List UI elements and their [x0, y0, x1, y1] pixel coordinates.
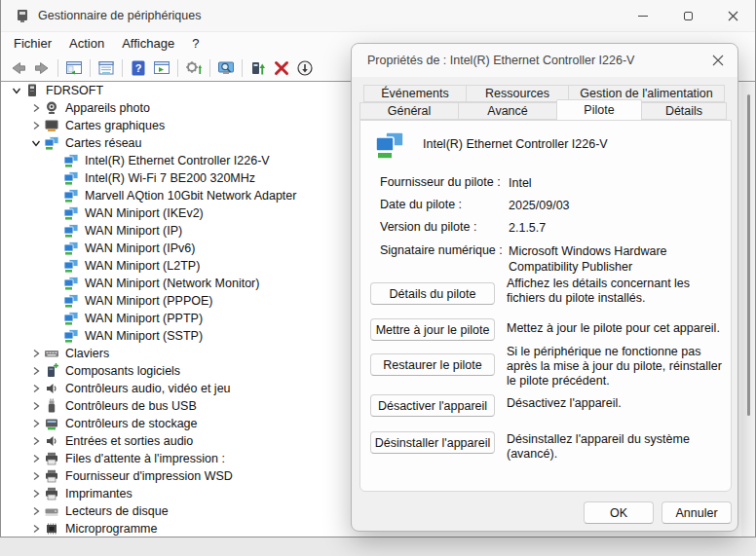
dialog-close-button[interactable] [699, 44, 737, 77]
properties-button[interactable] [94, 56, 118, 80]
tab-d-tails[interactable]: Détails [641, 102, 727, 120]
menu-affichage[interactable]: Affichage [113, 33, 183, 54]
action-description: Si le périphérique ne fonctionne pas apr… [507, 345, 729, 389]
update-driver-button[interactable] [246, 56, 270, 80]
tree-item-label: WAN Miniport (IP) [85, 224, 182, 238]
chevron-spacer [48, 241, 63, 256]
chevron-right-icon[interactable] [28, 381, 44, 396]
info-value: Intel [509, 175, 721, 191]
cancel-button[interactable]: Annuler [662, 501, 732, 524]
chevron-right-icon[interactable] [28, 346, 44, 361]
d-sactiver-l-appareil-button[interactable]: Désactiver l'appareil [370, 394, 495, 417]
chevron-spacer [48, 170, 63, 186]
action-pane-button[interactable] [150, 56, 173, 80]
action-pane-icon [153, 59, 170, 77]
restaurer-le-pilote-button[interactable]: Restaurer le pilote [370, 353, 495, 376]
camera-icon [44, 100, 59, 116]
minimize-button[interactable] [621, 0, 665, 31]
network-adapter-icon [374, 130, 405, 161]
scrollbar-thumb[interactable] [747, 94, 750, 416]
printer-icon [44, 468, 59, 484]
show-console-tree-button[interactable] [62, 56, 86, 80]
tab-avanc[interactable]: Avancé [458, 102, 557, 120]
tab-v-nements[interactable]: Événements [363, 85, 467, 102]
toolbar-separator [242, 59, 243, 77]
chevron-spacer [48, 276, 63, 291]
info-label: Fournisseur du pilote : [380, 175, 509, 191]
chevron-down-icon[interactable] [28, 135, 44, 151]
chevron-right-icon[interactable] [28, 100, 44, 116]
chevron-right-icon[interactable] [28, 118, 44, 133]
tree-item-label: Microprogramme [65, 522, 157, 536]
tree-item-label: WAN Miniport (Network Monitor) [85, 277, 259, 290]
chevron-right-icon[interactable] [28, 398, 44, 414]
properties-icon [97, 59, 115, 77]
tree-item-label: WAN Miniport (L2TP) [85, 259, 200, 273]
d-sinstaller-l-appareil-button[interactable]: Désinstaller l'appareil [370, 431, 495, 454]
tree-item-label: WAN Miniport (IKEv2) [85, 206, 204, 220]
chevron-right-icon[interactable] [28, 468, 44, 484]
info-row-fournisseur-du-pilote: Fournisseur du pilote :Intel [380, 175, 721, 191]
firmware-icon [44, 521, 59, 537]
tree-scrollbar[interactable] [741, 83, 755, 537]
tab-pilote[interactable]: Pilote [556, 99, 642, 120]
mettre-jour-le-pilote-button[interactable]: Mettre à jour le pilote [370, 318, 495, 341]
chevron-right-icon[interactable] [28, 486, 44, 501]
maximize-button[interactable] [665, 0, 710, 31]
info-label: Version du pilote : [380, 220, 509, 236]
network-adapter-icon [44, 135, 59, 151]
uninstall-device-button[interactable] [270, 56, 293, 80]
device-name: Intel(R) Ethernet Controller I226-V [423, 137, 608, 151]
tree-item-label: Intel(R) Wi-Fi 7 BE200 320MHz [85, 171, 255, 185]
tabstrip: ÉvénementsRessourcesGestion de l'aliment… [352, 85, 739, 120]
toolbar-separator [122, 59, 123, 77]
titlebar: Gestionnaire de périphériques [1, 0, 755, 31]
disable-device-button[interactable] [293, 56, 317, 80]
menu-[interactable]: ? [183, 33, 208, 54]
scan-icon [185, 59, 203, 77]
chevron-spacer [48, 188, 63, 204]
chevron-right-icon[interactable] [28, 503, 44, 519]
network-adapter-icon [63, 170, 79, 186]
close-button[interactable] [710, 0, 755, 31]
ok-button[interactable]: OK [584, 501, 654, 524]
software-component-icon [44, 363, 59, 379]
info-row-version-du-pilote: Version du pilote :2.1.5.7 [380, 220, 721, 236]
chevron-spacer [48, 223, 63, 239]
forward-button[interactable] [30, 56, 54, 80]
network-adapter-icon [63, 205, 79, 221]
chevron-right-icon[interactable] [28, 433, 44, 449]
menu-action[interactable]: Action [60, 33, 113, 54]
back-button[interactable] [7, 56, 30, 80]
tree-item-label: WAN Miniport (PPTP) [85, 312, 203, 325]
chevron-right-icon[interactable] [28, 416, 44, 431]
remote-computer-button[interactable] [214, 56, 238, 80]
chevron-down-icon[interactable] [9, 83, 24, 98]
info-row-signataire-num-rique: Signataire numérique :Microsoft Windows … [380, 243, 721, 275]
tree-item-label: WAN Miniport (IPv6) [85, 241, 195, 255]
menu-fichier[interactable]: Fichier [5, 33, 60, 54]
scan-hardware-changes-button[interactable] [182, 56, 206, 80]
device-manager-app-icon [15, 8, 30, 23]
tab-ressources[interactable]: Ressources [466, 85, 569, 102]
network-adapter-icon [63, 258, 79, 274]
remote-icon [217, 59, 235, 77]
action-description: Désactivez l'appareil. [507, 396, 729, 411]
tree-item-label: Lecteurs de disque [65, 504, 169, 518]
help-icon: ? [130, 59, 147, 77]
chevron-right-icon[interactable] [28, 363, 44, 379]
help-button[interactable]: ? [127, 56, 150, 80]
network-adapter-icon [63, 276, 79, 291]
tab-g-n-ral[interactable]: Général [359, 102, 459, 120]
dialog-titlebar: Propriétés de : Intel(R) Ethernet Contro… [352, 44, 737, 77]
audio-icon [44, 381, 59, 396]
chevron-right-icon[interactable] [28, 521, 44, 537]
close-icon [728, 11, 738, 21]
tree-item-label: Cartes graphiques [65, 119, 165, 132]
chevron-right-icon[interactable] [28, 451, 44, 466]
d-tails-du-pilote-button[interactable]: Détails du pilote [370, 282, 495, 305]
chevron-spacer [48, 153, 63, 168]
info-value: 2025/09/03 [509, 198, 721, 213]
toolbar-separator [177, 59, 178, 77]
tree-item-label: Entrées et sorties audio [65, 434, 193, 448]
